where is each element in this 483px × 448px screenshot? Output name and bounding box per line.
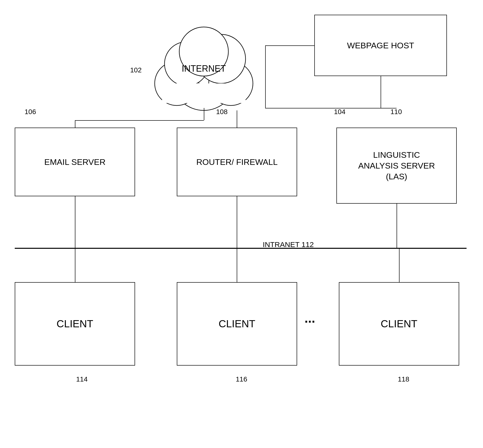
line-router-bus — [237, 196, 237, 248]
ref-108: 108 — [216, 108, 228, 116]
ref-114: 114 — [76, 375, 88, 383]
line-email-bus — [75, 196, 75, 248]
line-internet-email-h — [75, 120, 204, 121]
line-las-bus — [397, 204, 397, 248]
ref-106: 106 — [25, 108, 36, 116]
line-internet-webpage — [265, 45, 314, 46]
line-webpage-las-v1 — [381, 76, 381, 108]
line-bus-client2 — [237, 248, 237, 282]
ellipsis: ··· — [304, 314, 315, 329]
client2-box: CLIENT — [177, 282, 297, 366]
line-bus-client3 — [399, 248, 400, 282]
intranet-bus — [15, 248, 467, 249]
client1-box: CLIENT — [15, 282, 135, 366]
line-internet-email-v1 — [204, 108, 204, 120]
line-bus-client1 — [75, 248, 75, 282]
line-internet-las-top-v — [265, 45, 266, 108]
ref-104: 104 — [334, 108, 345, 116]
webpage-host-box: WEBPAGE HOST — [314, 15, 447, 76]
client3-box: CLIENT — [339, 282, 459, 366]
ref-102: 102 — [130, 66, 142, 74]
las-box: LINGUISTIC ANALYSIS SERVER (LAS) — [336, 128, 457, 204]
line-webpage-las-h — [381, 108, 397, 108]
line-internet-router — [237, 110, 237, 128]
intranet-label: INTRANET 112 — [263, 240, 314, 249]
line-internet-las-top-h — [265, 108, 381, 108]
router-firewall-box: ROUTER/ FIREWALL — [177, 128, 297, 196]
ref-116: 116 — [236, 375, 247, 383]
internet-label: INTERNET — [182, 64, 226, 74]
svg-rect-6 — [162, 83, 246, 103]
email-server-box: EMAIL SERVER — [15, 128, 135, 196]
internet-cloud: INTERNET — [142, 10, 265, 113]
network-diagram: INTERNET 102 WEBPAGE HOST EMAIL SERVER R… — [0, 0, 483, 448]
line-internet-email-v2 — [75, 120, 75, 128]
ref-118: 118 — [398, 375, 409, 383]
ref-110: 110 — [390, 108, 402, 116]
